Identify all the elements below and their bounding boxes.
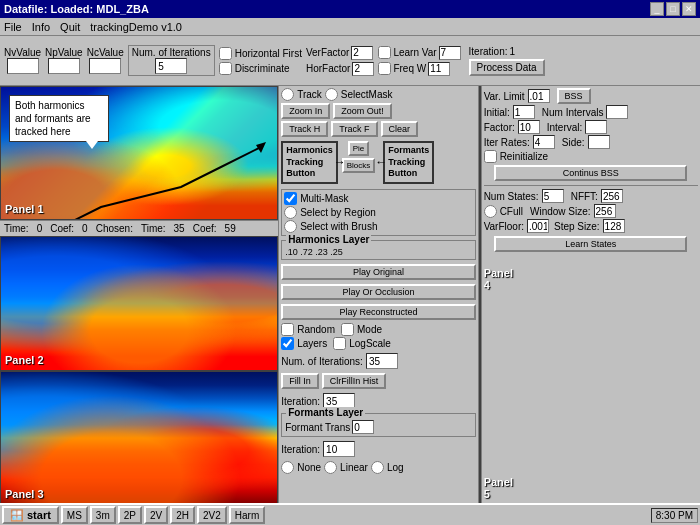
clr-fillin-hist-button[interactable]: ClrFillIn Hist [322,373,387,389]
step-size-input[interactable] [603,219,625,233]
hor-factor-input[interactable] [352,62,374,76]
harmonics-tracking-box: Harmonics Tracking Button → [281,141,338,184]
status-time2-label: Time: [141,223,166,234]
nfft-input[interactable] [601,189,623,203]
track-f-button[interactable]: Track F [331,121,377,137]
ver-factor-input[interactable] [351,46,373,60]
menu-info[interactable]: Info [32,21,50,33]
clear-button[interactable]: Clear [381,121,419,137]
iter3-input[interactable] [323,441,355,457]
fill-in-button[interactable]: Fill In [281,373,319,389]
num-iter-input[interactable] [155,58,187,74]
panel-2-container: Panel 2 [0,236,278,370]
play-reconstructed-button[interactable]: Play Reconstructed [281,304,475,320]
logscale-check[interactable] [333,337,346,350]
learn-states-button[interactable]: Learn States [494,236,687,252]
discriminate-check[interactable] [219,62,232,75]
nc-label: NcValue [87,47,124,58]
c-full-radio[interactable] [484,205,497,218]
status-time-label: Time: [4,223,29,234]
panel-3-overlay [1,372,277,504]
num-iters-input[interactable] [366,353,398,369]
track-h-button[interactable]: Track H [281,121,328,137]
factor-input[interactable] [518,120,540,134]
initial-label: Initial: [484,107,510,118]
status-chosen-label: Chosen: [96,223,133,234]
left-panels: Both harmonics and formants are tracked … [0,86,279,505]
track-radio[interactable] [281,88,294,101]
learn-var-input[interactable] [439,46,461,60]
status-coef-val: 0 [82,223,88,234]
zoom-out-button[interactable]: Zoom Out! [333,103,392,119]
maximize-button[interactable]: □ [666,2,680,16]
menu-app-title: trackingDemo v1.0 [90,21,182,33]
panel-1-label: Panel 1 [5,203,44,215]
select-brush-radio[interactable] [284,220,297,233]
taskbar-item-harm[interactable]: Harm [229,506,265,524]
freq-w-check[interactable] [378,62,391,75]
process-data-button[interactable]: Process Data [469,59,545,76]
num-states-input[interactable] [542,189,564,203]
random-check[interactable] [281,323,294,336]
var-limit-input[interactable] [528,89,550,103]
formant-trans-input[interactable] [352,420,374,434]
initial-input[interactable] [513,105,535,119]
reinitialize-check[interactable] [484,150,497,163]
linear-radio[interactable] [324,461,337,474]
log-radio[interactable] [371,461,384,474]
bss-button[interactable]: BSS [557,88,591,104]
step-size-label: Step Size: [554,221,600,232]
separator-1 [484,185,698,186]
menu-quit[interactable]: Quit [60,21,80,33]
nv-input[interactable] [7,58,39,74]
interval-input[interactable] [585,120,607,134]
top-controls-bar: NvValue NpValue NcValue Num. of Iteratio… [0,36,700,86]
play-original-button[interactable]: Play Original [281,264,475,280]
side-input[interactable] [588,135,610,149]
var-floor-input[interactable] [527,219,549,233]
taskbar-item-ms[interactable]: MS [61,506,88,524]
nc-input[interactable] [89,58,121,74]
learn-var-check[interactable] [378,46,391,59]
taskbar-item-2p[interactable]: 2P [118,506,142,524]
select-region-radio[interactable] [284,206,297,219]
taskbar-item-2v2[interactable]: 2V2 [197,506,227,524]
panel-3-container: Panel 3 [0,371,278,505]
num-intervals-input[interactable] [606,105,628,119]
title-bar: Datafile: Loaded: MDL_ZBA _ □ ✕ [0,0,700,18]
multi-mask-check[interactable] [284,192,297,205]
num-intervals-label: Num Intervals [542,107,604,118]
middle-controls: Track SelectMask Zoom In Zoom Out! Track… [279,86,478,505]
taskbar-item-2h[interactable]: 2H [170,506,195,524]
iter-rates-input[interactable] [533,135,555,149]
close-button[interactable]: ✕ [682,2,696,16]
horiz-first-check[interactable] [219,47,232,60]
pie-button[interactable]: Pie [348,141,370,156]
zoom-in-button[interactable]: Zoom In [281,103,330,119]
start-button[interactable]: 🪟 start [2,506,59,524]
window-size-input[interactable] [594,204,616,218]
layers-check[interactable] [281,337,294,350]
iter3-label: Iteration: [281,444,320,455]
num-states-label: Num States: [484,191,539,202]
var-floor-label: VarFloor: [484,221,524,232]
minimize-button[interactable]: _ [650,2,664,16]
taskbar-item-2v[interactable]: 2V [144,506,168,524]
status-time2-val: 35 [174,223,185,234]
blocks-button[interactable]: Blocks [342,158,376,173]
nv-label: NvValue [4,47,41,58]
menu-file[interactable]: File [4,21,22,33]
random-label: Random [297,324,335,335]
freq-w-input[interactable] [428,62,450,76]
track-label: Track [297,89,322,100]
select-mask-radio[interactable] [325,88,338,101]
taskbar-item-3m[interactable]: 3m [90,506,116,524]
np-input[interactable] [48,58,80,74]
play-or-occlusion-button[interactable]: Play Or Occlusion [281,284,475,300]
var-limit-label: Var. Limit [484,91,525,102]
panel-2-overlay [1,237,277,369]
layer-values: .10 .72 .23 .25 [285,247,471,257]
mode-check[interactable] [341,323,354,336]
continus-bss-button[interactable]: Continus BSS [494,165,687,181]
none-radio[interactable] [281,461,294,474]
